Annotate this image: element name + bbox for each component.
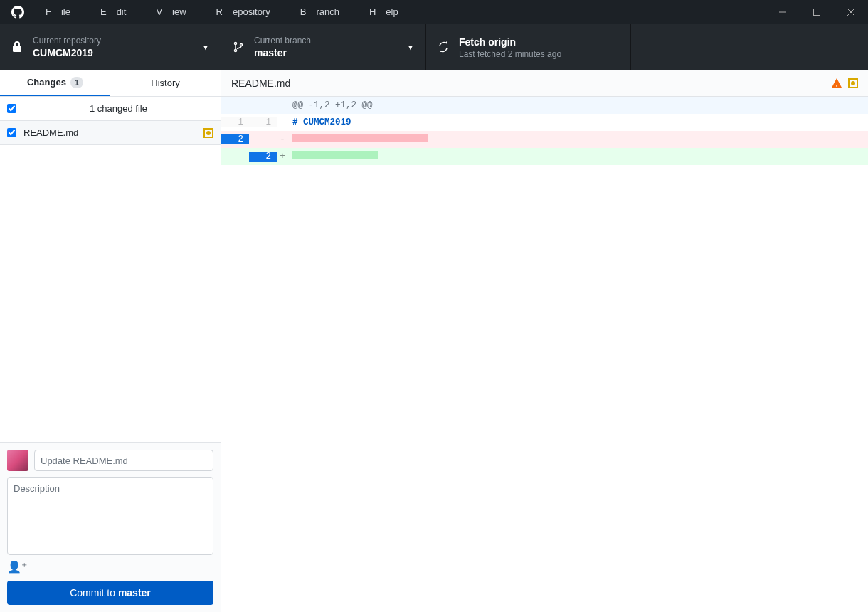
warning-icon[interactable] bbox=[831, 78, 842, 89]
branch-label: Current branch bbox=[254, 36, 401, 46]
diff-line-context[interactable]: 1 1 # CUMCM2019 bbox=[221, 114, 868, 131]
file-name: README.md bbox=[23, 127, 203, 138]
fetch-origin-button[interactable]: Fetch origin Last fetched 2 minutes ago bbox=[426, 24, 631, 70]
main: Changes 1 History 1 changed file README.… bbox=[0, 70, 868, 612]
diff-line-added[interactable]: 2 + bbox=[221, 148, 868, 165]
diff-header: README.md bbox=[221, 70, 868, 97]
lock-icon bbox=[11, 41, 24, 53]
github-logo-icon bbox=[0, 6, 36, 19]
changed-files-count: 1 changed file bbox=[23, 103, 213, 114]
file-checkbox[interactable] bbox=[7, 128, 16, 137]
repo-selector[interactable]: Current repository CUMCM2019 ▼ bbox=[0, 24, 221, 70]
branch-value: master bbox=[254, 47, 401, 58]
tab-history[interactable]: History bbox=[110, 70, 221, 96]
commit-summary-input[interactable] bbox=[34, 450, 213, 471]
menu-file[interactable]: File bbox=[36, 0, 90, 24]
chevron-down-icon: ▼ bbox=[407, 43, 414, 51]
window-controls bbox=[766, 0, 868, 24]
branch-icon bbox=[233, 41, 245, 53]
modified-icon bbox=[203, 128, 213, 138]
menu-branch[interactable]: Branch bbox=[290, 0, 359, 24]
menu-edit[interactable]: Edit bbox=[90, 0, 146, 24]
tab-changes[interactable]: Changes 1 bbox=[0, 70, 110, 96]
app-menu: File Edit View Repository Branch Help bbox=[36, 0, 418, 24]
sidebar-tabs: Changes 1 History bbox=[0, 70, 221, 97]
sync-icon bbox=[438, 41, 450, 53]
select-all-checkbox[interactable] bbox=[7, 104, 16, 113]
maximize-button[interactable] bbox=[800, 0, 834, 24]
commit-form: 👤⁺ Commit to master bbox=[0, 442, 221, 612]
commit-description-input[interactable] bbox=[7, 477, 213, 555]
menu-help[interactable]: Help bbox=[359, 0, 418, 24]
menu-repository[interactable]: Repository bbox=[206, 0, 290, 24]
diff-line-deleted[interactable]: 2 - bbox=[221, 131, 868, 148]
close-button[interactable] bbox=[834, 0, 868, 24]
avatar bbox=[7, 450, 28, 471]
titlebar: File Edit View Repository Branch Help bbox=[0, 0, 868, 24]
modified-icon bbox=[848, 78, 858, 88]
add-coauthor-icon[interactable]: 👤⁺ bbox=[7, 560, 213, 574]
changes-count-badge: 1 bbox=[70, 77, 83, 88]
chevron-down-icon: ▼ bbox=[202, 43, 209, 51]
svg-point-5 bbox=[235, 50, 237, 52]
fetch-status: Last fetched 2 minutes ago bbox=[459, 49, 619, 59]
minimize-button[interactable] bbox=[766, 0, 800, 24]
repo-label: Current repository bbox=[33, 36, 196, 46]
svg-point-4 bbox=[235, 43, 237, 45]
diff-pane: README.md @@ -1,2 +1,2 @@ 1 1 # CUMCM201… bbox=[221, 70, 868, 612]
file-row[interactable]: README.md bbox=[0, 121, 221, 145]
sidebar: Changes 1 History 1 changed file README.… bbox=[0, 70, 221, 612]
svg-rect-1 bbox=[814, 9, 820, 16]
menu-view[interactable]: View bbox=[146, 0, 206, 24]
filelist-header: 1 changed file bbox=[0, 97, 221, 121]
diff-hunk-header: @@ -1,2 +1,2 @@ bbox=[221, 97, 868, 114]
repo-value: CUMCM2019 bbox=[33, 47, 196, 58]
branch-selector[interactable]: Current branch master ▼ bbox=[221, 24, 426, 70]
diff-body: @@ -1,2 +1,2 @@ 1 1 # CUMCM2019 2 - 2 + bbox=[221, 97, 868, 165]
diff-filename: README.md bbox=[231, 78, 831, 89]
fetch-label: Fetch origin bbox=[459, 36, 619, 48]
svg-point-6 bbox=[240, 44, 243, 46]
toolbar: Current repository CUMCM2019 ▼ Current b… bbox=[0, 24, 868, 70]
commit-button[interactable]: Commit to master bbox=[7, 581, 213, 605]
